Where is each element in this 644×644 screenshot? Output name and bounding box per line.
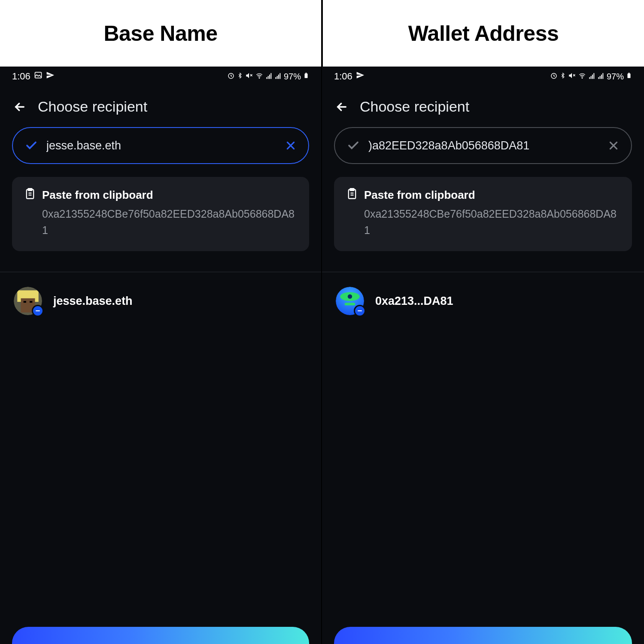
battery-percent: 97% bbox=[284, 72, 301, 82]
mute-icon bbox=[245, 72, 253, 82]
result-label: jesse.base.eth bbox=[53, 295, 133, 308]
battery-icon bbox=[626, 71, 632, 82]
svg-rect-14 bbox=[18, 290, 37, 298]
avatar bbox=[14, 287, 42, 315]
status-bar: 1:06 97% bbox=[12, 67, 309, 85]
svg-rect-18 bbox=[30, 301, 32, 303]
signal-icon-2 bbox=[598, 72, 605, 82]
column-wallet-address: Wallet Address 1:06 97% bbox=[322, 0, 644, 644]
svg-rect-16 bbox=[35, 291, 39, 302]
recipient-value: jesse.base.eth bbox=[46, 139, 276, 152]
svg-point-4 bbox=[259, 77, 260, 78]
clear-button[interactable] bbox=[607, 139, 620, 152]
screen-title: Choose recipient bbox=[38, 98, 147, 115]
clear-button[interactable] bbox=[284, 139, 297, 152]
back-button[interactable] bbox=[12, 99, 27, 115]
recipient-value: )a82EED328a8Ab056868DA81 bbox=[368, 139, 599, 152]
column-header: Wallet Address bbox=[322, 0, 644, 67]
column-header: Base Name bbox=[0, 0, 321, 67]
wifi-icon bbox=[255, 72, 264, 82]
paste-clipboard-card[interactable]: Paste from clipboard 0xa21355248CBe76f50… bbox=[334, 177, 632, 251]
avatar bbox=[336, 287, 364, 315]
signal-icon bbox=[589, 72, 595, 82]
check-icon bbox=[346, 138, 361, 153]
svg-point-33 bbox=[348, 295, 352, 299]
svg-point-22 bbox=[582, 77, 583, 78]
svg-rect-15 bbox=[17, 291, 21, 302]
image-icon bbox=[34, 71, 43, 82]
status-bar: 1:06 97% bbox=[334, 67, 632, 85]
phone-screen: 1:06 97% C bbox=[0, 67, 321, 644]
send-icon bbox=[46, 71, 55, 82]
svg-rect-23 bbox=[628, 73, 631, 78]
status-time: 1:06 bbox=[12, 71, 30, 82]
clipboard-title: Paste from clipboard bbox=[42, 188, 153, 202]
check-icon bbox=[24, 138, 39, 153]
signal-icon-2 bbox=[275, 72, 282, 82]
bluetooth-icon bbox=[560, 72, 566, 82]
result-row[interactable]: 0xa213...DA81 bbox=[334, 272, 632, 330]
clipboard-title: Paste from clipboard bbox=[364, 188, 475, 202]
bluetooth-icon bbox=[237, 72, 243, 82]
svg-rect-6 bbox=[305, 73, 307, 73]
svg-rect-5 bbox=[305, 73, 308, 78]
clipboard-address: 0xa21355248CBe76f50a82EED328a8Ab056868DA… bbox=[24, 206, 297, 238]
battery-percent: 97% bbox=[607, 72, 624, 82]
signal-icon bbox=[266, 72, 273, 82]
avatar-badge-icon bbox=[32, 305, 44, 317]
phone-screen: 1:06 97% Choose recipient bbox=[322, 67, 644, 644]
avatar-badge-icon bbox=[354, 305, 366, 317]
recipient-input[interactable]: )a82EED328a8Ab056868DA81 bbox=[334, 127, 632, 164]
send-icon bbox=[356, 71, 365, 82]
alarm-icon bbox=[227, 72, 235, 82]
column-base-name: Base Name 1:06 97% bbox=[0, 0, 322, 644]
clipboard-icon bbox=[346, 188, 358, 202]
svg-rect-24 bbox=[628, 73, 630, 73]
recipient-input[interactable]: jesse.base.eth bbox=[12, 127, 309, 164]
confirm-button[interactable] bbox=[12, 627, 309, 644]
svg-rect-26 bbox=[350, 188, 354, 191]
result-label: 0xa213...DA81 bbox=[375, 295, 453, 308]
column-header-label: Base Name bbox=[103, 21, 217, 46]
column-header-label: Wallet Address bbox=[408, 21, 559, 46]
svg-rect-32 bbox=[345, 303, 355, 305]
svg-rect-8 bbox=[28, 188, 32, 191]
screen-header: Choose recipient bbox=[12, 85, 309, 127]
confirm-button[interactable] bbox=[334, 627, 632, 644]
mute-icon bbox=[568, 72, 576, 82]
status-time: 1:06 bbox=[334, 71, 352, 82]
wifi-icon bbox=[578, 72, 586, 82]
result-row[interactable]: jesse.base.eth bbox=[12, 272, 309, 330]
back-button[interactable] bbox=[334, 99, 349, 115]
battery-icon bbox=[303, 71, 309, 82]
clipboard-icon bbox=[24, 188, 36, 202]
screen-header: Choose recipient bbox=[334, 85, 632, 127]
alarm-icon bbox=[550, 72, 558, 82]
svg-rect-17 bbox=[24, 301, 26, 303]
screen-title: Choose recipient bbox=[360, 98, 469, 115]
paste-clipboard-card[interactable]: Paste from clipboard 0xa21355248CBe76f50… bbox=[12, 177, 309, 251]
clipboard-address: 0xa21355248CBe76f50a82EED328a8Ab056868DA… bbox=[346, 206, 620, 238]
